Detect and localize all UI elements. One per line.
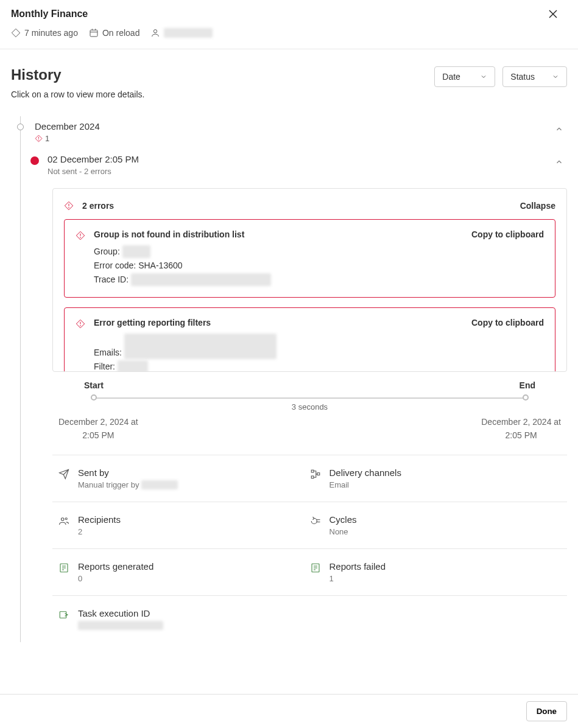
reports-generated-cell: Reports generated 0	[58, 561, 310, 583]
report-icon	[310, 562, 321, 573]
person-icon	[150, 28, 160, 38]
entry-row[interactable]: 02 December 2:05 PM Not sent - 2 errors	[17, 148, 567, 182]
diamond-icon	[11, 28, 21, 38]
page-title: Monthly Finance	[11, 9, 567, 19]
entry-title: 02 December 2:05 PM	[48, 154, 551, 164]
svg-rect-17	[317, 473, 320, 475]
svg-rect-15	[311, 470, 314, 472]
history-title: History	[11, 66, 144, 83]
start-label: Start	[84, 380, 104, 390]
cycle-icon	[310, 516, 321, 527]
chevron-up-icon	[555, 158, 563, 166]
delivery-cell: Delivery channels Email	[310, 467, 562, 489]
error-detail-panel: 2 errors Collapse Group is not found in …	[52, 188, 567, 372]
task-id-cell: Task execution ID ██████████████████	[58, 608, 310, 630]
entry-status-dot	[30, 156, 39, 165]
svg-point-19	[65, 518, 67, 520]
send-icon	[58, 469, 69, 480]
error-diamond-icon	[64, 201, 74, 211]
reports-failed-cell: Reports failed 1	[310, 561, 562, 583]
status-filter[interactable]: Status	[502, 66, 567, 87]
last-run-time: 7 minutes ago	[11, 28, 78, 38]
error-card: Group is not found in distribution list …	[64, 219, 555, 298]
people-icon	[58, 516, 69, 527]
collapse-entry-button[interactable]	[551, 154, 567, 172]
channels-icon	[310, 469, 321, 480]
svg-point-14	[80, 326, 81, 326]
month-error-count: 1	[45, 134, 49, 143]
date-filter[interactable]: Date	[434, 66, 495, 87]
collapse-month-button[interactable]	[551, 121, 567, 139]
svg-rect-16	[311, 476, 314, 478]
history-hint: Click on a row to view more details.	[11, 89, 144, 99]
chevron-down-icon	[480, 73, 487, 80]
copy-button[interactable]: Copy to clipboard	[471, 229, 544, 239]
chevron-up-icon	[555, 125, 563, 133]
entry-subtitle: Not sent - 2 errors	[48, 167, 551, 176]
error-title: Error getting reporting filters	[94, 318, 211, 327]
end-datetime: December 2, 2024 at2:05 PM	[481, 415, 561, 443]
duration-label: 3 seconds	[58, 402, 561, 411]
svg-point-18	[62, 518, 65, 521]
error-count-label: 2 errors	[82, 201, 114, 211]
svg-point-12	[80, 237, 81, 238]
cycles-cell: Cycles None	[310, 514, 562, 536]
svg-point-10	[69, 208, 69, 208]
owner: ████████	[150, 28, 213, 38]
end-label: End	[520, 380, 535, 390]
error-diamond-icon	[76, 319, 85, 329]
month-row[interactable]: December 2024 1	[17, 116, 567, 148]
svg-point-8	[38, 140, 39, 141]
recipients-cell: Recipients 2	[58, 514, 310, 536]
error-diamond-icon	[76, 231, 85, 240]
done-button[interactable]: Done	[526, 701, 567, 721]
svg-point-4	[154, 30, 157, 33]
month-dot	[17, 124, 24, 130]
calendar-icon	[89, 28, 99, 38]
report-icon	[58, 562, 69, 573]
start-datetime: December 2, 2024 at2:05 PM	[58, 415, 138, 443]
task-id-icon	[58, 609, 69, 620]
collapse-errors-button[interactable]: Collapse	[520, 201, 555, 211]
error-diamond-icon	[35, 135, 43, 142]
error-title: Group is not found in distribution list	[94, 229, 244, 239]
copy-button[interactable]: Copy to clipboard	[471, 318, 544, 327]
time-range: Start End 3 seconds December 2, 2024 at2…	[52, 372, 567, 455]
svg-rect-30	[60, 612, 66, 618]
svg-rect-0	[90, 30, 97, 37]
error-card: Error getting reporting filters Copy to …	[64, 307, 555, 371]
chevron-down-icon	[552, 73, 559, 80]
start-dot	[91, 394, 97, 401]
trigger-type: On reload	[89, 28, 139, 38]
close-icon	[548, 9, 559, 19]
month-title: December 2024	[35, 121, 551, 131]
end-dot	[523, 394, 529, 401]
close-button[interactable]	[548, 9, 559, 21]
sent-by-cell: Sent by Manual trigger by ████████	[58, 467, 310, 489]
